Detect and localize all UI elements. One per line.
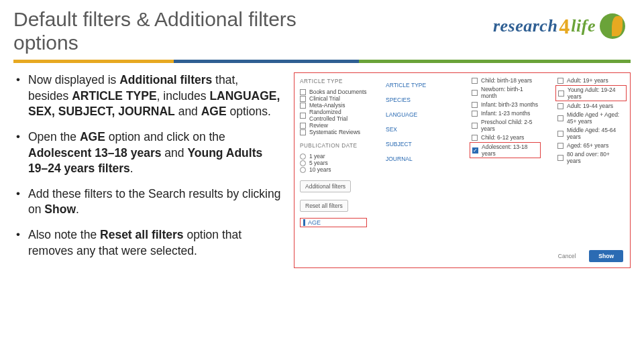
article-filter-label: Systematic Reviews <box>309 129 360 135</box>
checkbox-icon <box>300 123 306 129</box>
checkbox-icon <box>300 113 306 119</box>
age-tag[interactable]: AGE <box>300 218 367 227</box>
checkbox-icon <box>558 90 564 97</box>
radio-icon <box>300 160 306 166</box>
age-filter-label: Newborn: birth-1 month <box>481 86 539 99</box>
checkbox-icon <box>300 103 306 109</box>
article-filter-label: Meta-Analysis <box>309 102 345 109</box>
pubdate-label: 5 years <box>309 160 328 166</box>
age-filter-label: Preschool Child: 2-5 years <box>481 119 539 132</box>
age-filter-label: Aged: 65+ years <box>567 142 608 149</box>
divider <box>13 60 631 63</box>
heading-language[interactable]: LANGUAGE <box>386 111 453 118</box>
checkbox-icon <box>557 78 564 84</box>
age-filter-row[interactable]: Adult: 19-44 years <box>557 103 625 109</box>
heading-species[interactable]: SPECIES <box>386 97 453 103</box>
checkbox-icon: ✓ <box>472 147 478 154</box>
age-filter-row[interactable]: Middle Aged: 45-64 years <box>557 127 625 140</box>
radio-icon <box>300 167 306 173</box>
heading-journal[interactable]: JOURNAL <box>386 156 453 162</box>
age-filter-row[interactable]: Child: birth-18 years <box>472 77 539 84</box>
age-filter-label: Middle Aged + Aged: 45+ years <box>567 111 625 125</box>
checkbox-icon <box>557 115 564 121</box>
bullet-list: Now displayed is Additional filters that… <box>13 72 282 268</box>
heading-article-type: ARTICLE TYPE <box>300 78 367 84</box>
bullet-item: Open the AGE option and click on the Ado… <box>13 129 282 177</box>
article-filter-row[interactable]: Randomized Controlled Trial <box>300 109 367 122</box>
article-filter-row[interactable]: Clinical Trial <box>300 95 367 102</box>
article-filter-label: Books and Documents <box>309 88 367 95</box>
pubdate-label: 1 year <box>309 153 325 160</box>
article-filter-row[interactable]: Meta-Analysis <box>300 102 367 109</box>
logo: research 4 life <box>493 13 625 39</box>
pubdate-label: 10 years <box>309 166 331 173</box>
radio-icon <box>300 154 306 160</box>
heading-sex[interactable]: SEX <box>386 126 453 133</box>
pubdate-row[interactable]: 10 years <box>300 166 367 173</box>
checkbox-icon <box>557 103 564 109</box>
age-filter-label: Infant: 1-23 months <box>481 110 530 117</box>
age-filter-label: Infant: birth-23 months <box>481 101 538 108</box>
bullet-item: Now displayed is Additional filters that… <box>13 72 282 120</box>
age-filter-row[interactable]: ✓Adolescent: 13-18 years <box>470 142 541 158</box>
age-filter-label: 80 and over: 80+ years <box>567 151 625 164</box>
age-filter-row[interactable]: Infant: 1-23 months <box>472 110 539 117</box>
heading-article-type-2[interactable]: ARTICLE TYPE <box>386 82 453 88</box>
slide-title: Default filters & Additional filters opt… <box>13 8 309 54</box>
show-button[interactable]: Show <box>589 250 623 262</box>
age-filter-row[interactable]: Adult: 19+ years <box>557 77 625 84</box>
article-filter-label: Clinical Trial <box>309 95 340 102</box>
age-filter-row[interactable]: Young Adult: 19-24 years <box>555 85 627 101</box>
cancel-button[interactable]: Cancel <box>549 250 585 262</box>
age-filter-label: Adult: 19-44 years <box>567 103 613 109</box>
heading-pub-date: PUBLICATION DATE <box>300 143 367 149</box>
checkbox-icon <box>472 111 478 117</box>
reset-filters-button[interactable]: Reset all filters <box>300 200 348 212</box>
age-filter-row[interactable]: Child: 6-12 years <box>472 134 539 141</box>
age-filter-row[interactable]: Middle Aged + Aged: 45+ years <box>557 111 625 125</box>
age-filter-row[interactable]: Infant: birth-23 months <box>472 101 539 108</box>
checkbox-icon <box>472 90 478 96</box>
age-filter-label: Young Adult: 19-24 years <box>568 86 624 100</box>
additional-filters-button[interactable]: Additional filters <box>300 180 351 192</box>
pubdate-row[interactable]: 5 years <box>300 160 367 166</box>
checkbox-icon <box>557 131 564 137</box>
article-filter-row[interactable]: Review <box>300 122 367 129</box>
checkbox-icon <box>300 129 306 135</box>
age-filter-row[interactable]: Newborn: birth-1 month <box>472 86 539 99</box>
logo-text-2: life <box>571 16 596 36</box>
age-filter-label: Child: birth-18 years <box>481 77 532 84</box>
article-filter-label: Randomized Controlled Trial <box>309 109 367 122</box>
logo-text-4: 4 <box>559 14 570 39</box>
checkbox-icon <box>472 123 478 129</box>
article-filter-row[interactable]: Books and Documents <box>300 88 367 95</box>
age-label: AGE <box>308 219 321 226</box>
article-filter-row[interactable]: Systematic Reviews <box>300 129 367 135</box>
logo-icon <box>600 13 625 39</box>
age-filter-label: Child: 6-12 years <box>481 134 524 141</box>
bullet-item: Add these filters to the Search results … <box>13 186 282 218</box>
checkbox-icon <box>300 96 306 102</box>
checkbox-icon <box>557 155 564 161</box>
checkbox-icon <box>472 135 478 141</box>
age-filter-row[interactable]: 80 and over: 80+ years <box>557 151 625 164</box>
age-filter-label: Adult: 19+ years <box>567 77 608 84</box>
logo-text-1: research <box>493 16 557 36</box>
checkbox-icon <box>557 143 564 149</box>
pubdate-row[interactable]: 1 year <box>300 153 367 160</box>
age-filter-label: Adolescent: 13-18 years <box>482 143 538 157</box>
checkbox-icon <box>300 89 306 95</box>
age-filter-row[interactable]: Preschool Child: 2-5 years <box>472 119 539 132</box>
age-filter-row[interactable]: Aged: 65+ years <box>557 142 625 149</box>
checkbox-icon <box>472 78 478 84</box>
heading-subject[interactable]: SUBJECT <box>386 141 453 147</box>
filters-screenshot: ARTICLE TYPE Books and DocumentsClinical… <box>294 72 631 268</box>
age-filter-label: Middle Aged: 45-64 years <box>567 127 625 140</box>
article-filter-label: Review <box>309 122 328 129</box>
bullet-item: Also note the Reset all filters option t… <box>13 227 282 259</box>
checkbox-icon <box>472 102 478 108</box>
